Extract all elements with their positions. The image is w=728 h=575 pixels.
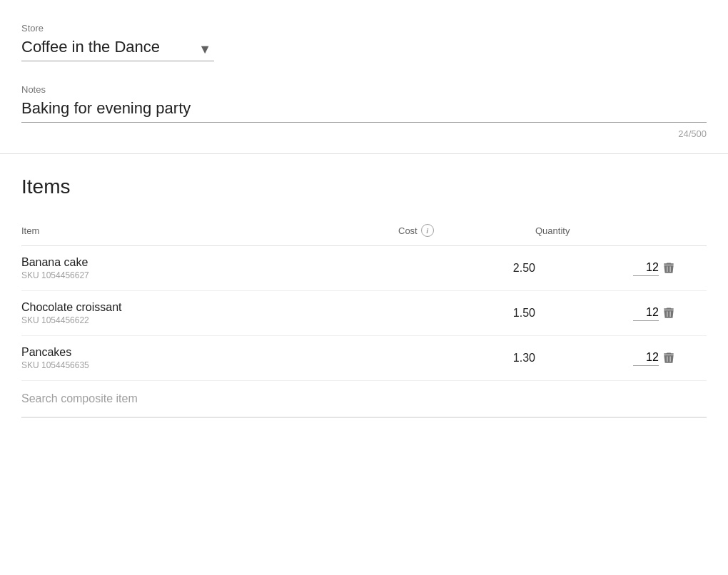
items-table: Item Cost i Quantity Banana cake SKU 105… — [21, 218, 707, 418]
item-cost-cell: 1.30 — [398, 336, 535, 381]
trash-icon — [662, 350, 676, 366]
table-row: Banana cake SKU 1054456627 2.50 — [21, 246, 707, 291]
item-quantity-cell — [535, 291, 659, 336]
item-info-cell: Banana cake SKU 1054456627 — [21, 246, 398, 291]
delete-item-button[interactable] — [659, 258, 679, 279]
notes-section: Notes 24/500 — [21, 84, 707, 139]
item-quantity-cell — [535, 246, 659, 291]
char-count: 24/500 — [21, 128, 707, 139]
item-actions-cell — [659, 291, 707, 336]
search-composite-cell: Search composite item — [21, 381, 707, 417]
item-cost-cell: 1.50 — [398, 291, 535, 336]
item-actions-cell — [659, 246, 707, 291]
item-sku: SKU 1054456635 — [21, 360, 398, 370]
item-info-cell: Pancakes SKU 1054456635 — [21, 336, 398, 381]
trash-icon — [662, 305, 676, 321]
item-cost-cell: 2.50 — [398, 246, 535, 291]
delete-item-button[interactable] — [659, 347, 679, 369]
items-section: Items Item Cost i Quantity — [0, 154, 728, 418]
search-composite-input[interactable]: Search composite item — [21, 392, 138, 404]
dropdown-arrow-icon: ▼ — [198, 42, 211, 57]
delete-item-button[interactable] — [659, 302, 679, 324]
table-header-row: Item Cost i Quantity — [21, 218, 707, 246]
search-composite-row: Search composite item — [21, 381, 707, 417]
col-header-cost: Cost i — [398, 218, 535, 246]
item-sku: SKU 1054456622 — [21, 315, 398, 325]
table-row: Chocolate croissant SKU 1054456622 1.50 — [21, 291, 707, 336]
col-header-quantity: Quantity — [535, 218, 659, 246]
item-actions-cell — [659, 336, 707, 381]
item-name: Banana cake — [21, 256, 398, 269]
table-row: Pancakes SKU 1054456635 1.30 — [21, 336, 707, 381]
bottom-border-row — [21, 417, 707, 418]
items-title: Items — [21, 175, 707, 198]
col-header-item: Item — [21, 218, 398, 246]
notes-input[interactable] — [21, 99, 707, 118]
item-name: Pancakes — [21, 346, 398, 359]
quantity-input[interactable] — [633, 351, 659, 364]
store-label: Store — [21, 23, 707, 34]
store-dropdown[interactable]: Coffee in the Dance ▼ — [21, 38, 214, 61]
col-header-actions — [659, 218, 707, 246]
top-section: Store Coffee in the Dance ▼ Notes 24/500 — [0, 0, 728, 154]
cost-info-icon[interactable]: i — [421, 224, 434, 237]
notes-input-wrapper — [21, 99, 707, 123]
quantity-input[interactable] — [633, 261, 659, 274]
notes-label: Notes — [21, 84, 707, 95]
store-value: Coffee in the Dance — [21, 38, 160, 56]
trash-icon — [662, 260, 676, 276]
item-name: Chocolate croissant — [21, 301, 398, 314]
item-info-cell: Chocolate croissant SKU 1054456622 — [21, 291, 398, 336]
quantity-input[interactable] — [633, 306, 659, 319]
item-quantity-cell — [535, 336, 659, 381]
item-sku: SKU 1054456627 — [21, 270, 398, 280]
